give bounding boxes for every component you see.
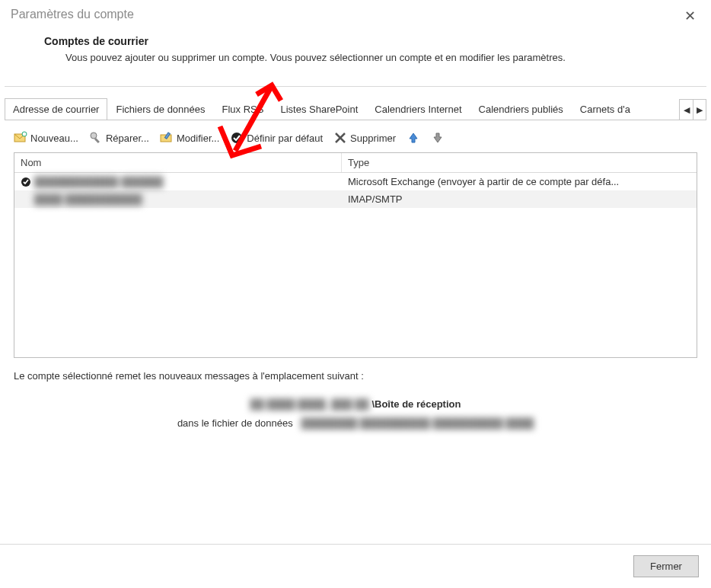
repair-label: Réparer... — [106, 133, 149, 144]
set-default-button[interactable]: Définir par défaut — [230, 131, 323, 145]
tab-rss[interactable]: Flux RSS — [214, 98, 273, 120]
modify-label: Modifier... — [177, 133, 219, 144]
move-up-button[interactable] — [407, 131, 420, 145]
list-header: Nom Type — [14, 153, 697, 173]
account-type: IMAP/SMTP — [342, 192, 697, 206]
default-check-icon — [21, 177, 31, 187]
delivery-path-masked: ██ ████ ████_███ ██ — [250, 398, 372, 410]
close-icon[interactable]: ✕ — [680, 8, 700, 24]
folder-edit-icon — [160, 131, 174, 145]
move-down-button[interactable] — [431, 131, 445, 145]
accounts-listbox[interactable]: Nom Type ████████████ ██████ Microsoft E… — [14, 152, 697, 358]
svg-point-2 — [91, 133, 97, 139]
delete-button[interactable]: Supprimer — [333, 131, 396, 145]
page-description: Vous pouvez ajouter ou supprimer un comp… — [44, 52, 681, 63]
tab-scroll-right-icon[interactable]: ▶ — [693, 100, 706, 120]
svg-marker-9 — [410, 133, 417, 142]
tab-strip: Adresse de courrier Fichiers de données … — [5, 97, 679, 120]
tab-published-calendars[interactable]: Calendriers publiés — [470, 98, 572, 120]
svg-point-1 — [22, 132, 27, 136]
delete-label: Supprimer — [350, 133, 396, 144]
tab-data-files[interactable]: Fichiers de données — [107, 98, 213, 120]
wrench-gear-icon — [89, 131, 103, 145]
toolbar: Nouveau... Réparer... Modifier... Défini… — [0, 120, 711, 152]
tab-address-books[interactable]: Carnets d'a — [572, 98, 639, 120]
account-row[interactable]: ████████████ ██████ Microsoft Exchange (… — [14, 173, 697, 190]
new-label: Nouveau... — [30, 133, 78, 144]
x-icon — [333, 131, 347, 145]
arrow-down-icon — [431, 131, 445, 145]
divider — [5, 86, 706, 87]
delivery-inbox-label: \Boîte de réception — [371, 398, 461, 410]
account-name: ████████████ ██████ — [34, 176, 163, 187]
delivery-file-masked: ████████ ██████████ ██████████ ████ — [301, 417, 534, 429]
delivery-intro: Le compte sélectionné remet les nouveaux… — [14, 370, 697, 382]
modify-button[interactable]: Modifier... — [160, 131, 219, 145]
envelope-new-icon — [14, 131, 27, 145]
tab-scroll-left-icon[interactable]: ◀ — [680, 100, 693, 120]
svg-marker-10 — [434, 133, 442, 142]
close-button[interactable]: Fermer — [633, 555, 699, 577]
account-type: Microsoft Exchange (envoyer à partir de … — [342, 174, 697, 189]
svg-point-6 — [231, 133, 242, 143]
account-row[interactable]: ████ ███████████ IMAP/SMTP — [14, 190, 697, 208]
check-circle-icon — [230, 131, 244, 145]
tab-email[interactable]: Adresse de courrier — [5, 98, 107, 120]
delivery-file-label: dans le fichier de données — [177, 417, 293, 429]
set-default-label: Définir par défaut — [247, 133, 323, 144]
account-name: ████ ███████████ — [34, 193, 142, 205]
page-title: Comptes de courrier — [44, 35, 681, 47]
column-header-type[interactable]: Type — [342, 153, 697, 172]
tab-internet-calendars[interactable]: Calendriers Internet — [366, 98, 470, 120]
column-header-name[interactable]: Nom — [14, 153, 342, 172]
window-title: Paramètres du compte — [11, 8, 134, 21]
arrow-up-icon — [407, 131, 420, 145]
new-button[interactable]: Nouveau... — [14, 131, 78, 145]
tab-sharepoint[interactable]: Listes SharePoint — [272, 98, 366, 120]
repair-button[interactable]: Réparer... — [89, 131, 149, 145]
svg-rect-3 — [94, 138, 100, 143]
